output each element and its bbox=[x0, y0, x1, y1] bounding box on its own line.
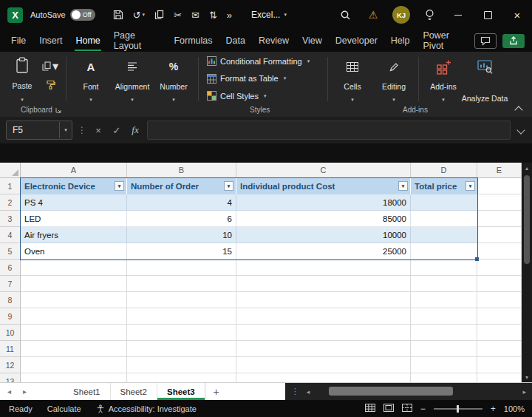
cut-button[interactable]: ✂ bbox=[174, 10, 182, 20]
cells-area[interactable]: Electronic Device▾Number of Order▾Indivi… bbox=[21, 178, 522, 382]
row-header-4[interactable]: 4 bbox=[0, 227, 21, 243]
horizontal-scroll-thumb[interactable] bbox=[329, 387, 453, 396]
paste-button[interactable]: Paste ▾ bbox=[6, 53, 38, 105]
row-header-10[interactable]: 10 bbox=[0, 325, 21, 341]
cell[interactable]: 10 bbox=[127, 227, 236, 243]
row-header-9[interactable]: 9 bbox=[0, 308, 21, 325]
insert-function-button[interactable]: fx bbox=[129, 124, 142, 136]
copy-button[interactable] bbox=[154, 10, 164, 20]
format-as-table-button[interactable]: Format as Table ▾ bbox=[207, 74, 319, 84]
cell[interactable]: Air fryers bbox=[21, 227, 127, 243]
number-group-button[interactable]: % Number ▾ bbox=[153, 53, 194, 105]
row-header-2[interactable]: 2 bbox=[0, 194, 21, 211]
autosave-control[interactable]: AutoSave Off bbox=[30, 9, 95, 21]
undo-button[interactable]: ↺ ▾ bbox=[133, 10, 145, 20]
scroll-right-icon[interactable]: ▸ bbox=[522, 388, 526, 396]
column-header-b[interactable]: B bbox=[127, 163, 236, 178]
zoom-slider[interactable] bbox=[434, 408, 482, 410]
copy-small-button[interactable]: ▾ bbox=[42, 59, 58, 73]
prev-sheet-button[interactable]: ◂ bbox=[7, 387, 11, 396]
scroll-down-icon[interactable]: ▾ bbox=[525, 372, 528, 382]
analyze-data-button[interactable]: Analyze Data bbox=[464, 53, 505, 105]
cell[interactable]: 25000 bbox=[236, 243, 411, 259]
table-header-individual-product-cost[interactable]: Individual product Cost▾ bbox=[236, 178, 411, 194]
horizontal-scroll-track[interactable] bbox=[317, 383, 515, 400]
save-button[interactable] bbox=[113, 10, 123, 20]
normal-view-button[interactable] bbox=[365, 404, 375, 413]
filter-dropdown-icon[interactable]: ▾ bbox=[115, 181, 124, 191]
mail-button[interactable]: ✉ bbox=[191, 10, 200, 20]
row-header-3[interactable]: 3 bbox=[0, 211, 21, 227]
row-header-13[interactable]: 13 bbox=[0, 373, 21, 382]
cell[interactable] bbox=[411, 194, 477, 210]
column-header-a[interactable]: A bbox=[21, 163, 127, 178]
chevron-down-icon[interactable]: ▾ bbox=[60, 127, 72, 133]
cell-styles-button[interactable]: Cell Styles ▾ bbox=[207, 91, 319, 101]
cancel-button[interactable]: × bbox=[92, 125, 105, 136]
table-resize-handle[interactable] bbox=[475, 257, 479, 261]
cell[interactable]: 10000 bbox=[236, 227, 411, 243]
menu-help[interactable]: Help bbox=[384, 30, 417, 52]
horizontal-scrollbar[interactable]: ⋮ ◂ ▸ bbox=[285, 383, 532, 400]
font-group-button[interactable]: A Font ▾ bbox=[70, 53, 112, 105]
menu-page-layout[interactable]: Page Layout bbox=[107, 30, 168, 52]
close-button[interactable]: × bbox=[502, 0, 532, 30]
cell[interactable] bbox=[411, 227, 477, 243]
search-button[interactable] bbox=[331, 0, 359, 30]
row-header-5[interactable]: 5 bbox=[0, 243, 21, 260]
format-painter-button[interactable] bbox=[46, 80, 55, 89]
document-title[interactable]: Excel... ▾ bbox=[251, 10, 287, 20]
account-button[interactable]: KJ bbox=[387, 0, 415, 30]
cell[interactable] bbox=[411, 211, 477, 226]
next-sheet-button[interactable]: ▸ bbox=[23, 387, 27, 396]
zoom-level[interactable]: 100% bbox=[504, 404, 525, 413]
zoom-out-button[interactable]: − bbox=[420, 404, 426, 414]
row-header-8[interactable]: 8 bbox=[0, 292, 21, 308]
maximize-button[interactable] bbox=[473, 0, 502, 30]
cell[interactable]: 6 bbox=[127, 211, 236, 226]
menu-view[interactable]: View bbox=[296, 30, 329, 52]
column-header-e[interactable]: E bbox=[477, 163, 522, 178]
warning-icon[interactable]: ⚠ bbox=[359, 0, 387, 30]
editing-group-button[interactable]: Editing ▾ bbox=[373, 53, 415, 105]
sheet-tab-sheet3[interactable]: Sheet3 bbox=[157, 383, 205, 400]
filter-dropdown-icon[interactable]: ▾ bbox=[466, 181, 475, 191]
sort-button[interactable]: ⇅ bbox=[209, 10, 217, 20]
cell[interactable] bbox=[411, 243, 477, 259]
zoom-slider-thumb[interactable] bbox=[457, 405, 459, 413]
share-button[interactable] bbox=[502, 34, 525, 48]
sheet-tab-sheet2[interactable]: Sheet2 bbox=[111, 383, 157, 400]
expand-formula-bar-button[interactable] bbox=[516, 127, 526, 133]
scroll-up-icon[interactable]: ▴ bbox=[525, 163, 528, 173]
add-ins-button[interactable]: Add-ins ▾ bbox=[423, 53, 464, 105]
alignment-group-button[interactable]: Alignment ▾ bbox=[112, 53, 153, 105]
menu-power-pivot[interactable]: Power Pivot bbox=[417, 30, 474, 52]
enter-button[interactable]: ✓ bbox=[110, 125, 123, 136]
autosave-toggle[interactable]: Off bbox=[70, 9, 95, 21]
table-header-electronic-device[interactable]: Electronic Device▾ bbox=[21, 178, 127, 194]
collapse-ribbon-button[interactable] bbox=[514, 106, 522, 114]
cell[interactable]: 18000 bbox=[236, 194, 411, 210]
page-break-view-button[interactable] bbox=[402, 404, 412, 413]
avatar[interactable]: KJ bbox=[392, 6, 410, 24]
cell[interactable]: 4 bbox=[127, 194, 236, 210]
minimize-button[interactable] bbox=[443, 0, 473, 30]
row-header-6[interactable]: 6 bbox=[0, 260, 21, 276]
menu-file[interactable]: File bbox=[4, 30, 33, 52]
new-sheet-button[interactable]: + bbox=[205, 383, 228, 400]
filter-dropdown-icon[interactable]: ▾ bbox=[398, 181, 408, 191]
row-header-11[interactable]: 11 bbox=[0, 341, 21, 357]
cell[interactable]: LED bbox=[21, 211, 127, 226]
row-header-12[interactable]: 12 bbox=[0, 357, 21, 373]
menu-data[interactable]: Data bbox=[219, 30, 252, 52]
accessibility-status[interactable]: Accessibility: Investigate bbox=[96, 404, 197, 413]
row-header-1[interactable]: 1 bbox=[0, 178, 21, 194]
table-header-total-price[interactable]: Total price▾ bbox=[411, 178, 477, 194]
menu-insert[interactable]: Insert bbox=[33, 30, 69, 52]
page-layout-view-button[interactable] bbox=[383, 404, 394, 413]
name-box[interactable]: F5 ▾ bbox=[6, 121, 72, 140]
cell[interactable]: Oven bbox=[21, 243, 127, 259]
dialog-launcher-icon[interactable] bbox=[55, 107, 61, 113]
formula-input[interactable] bbox=[147, 121, 511, 140]
calculate-status[interactable]: Calculate bbox=[47, 404, 81, 413]
